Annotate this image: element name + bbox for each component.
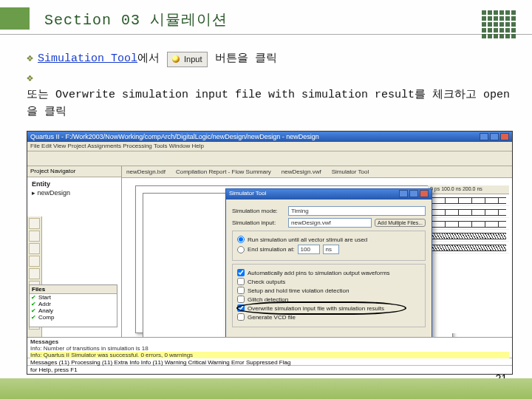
bullet-2: ❖ 또는 Overwrite simulation input file wit…	[27, 71, 516, 121]
tasks-title: Files	[30, 285, 117, 294]
tasks-panel[interactable]: Files Start Addr Analy Comp	[29, 284, 117, 327]
editor-tab[interactable]: newDesign.vwf	[282, 168, 321, 176]
opt-run-label: Run simulation until all vector stimuli …	[248, 236, 367, 243]
footer-bar	[0, 378, 532, 399]
project-navigator[interactable]: Project Navigator Entity ▸ newDesign Fil…	[27, 166, 122, 338]
window-title: Quartus II - F:/Work2003/NowWorking/comp…	[30, 133, 319, 140]
corner-cubes-icon	[482, 10, 519, 41]
dialog-title: Simulator Tool	[229, 190, 267, 199]
main-toolbar[interactable]	[27, 151, 512, 166]
end-unit-select[interactable]: ns	[323, 245, 339, 254]
window-controls[interactable]	[480, 133, 509, 140]
dialog-window-controls[interactable]	[399, 190, 429, 199]
opt-overwrite-check[interactable]	[237, 304, 245, 312]
editor-tab[interactable]: Compilation Report - Flow Summary	[176, 168, 271, 176]
editor-tabs[interactable]: newDesign.bdf Compilation Report - Flow …	[122, 166, 512, 178]
bullet-1-link: Simulation Tool	[38, 51, 137, 68]
screenshot-area: Quartus II - F:/Work2003/NowWorking/comp…	[27, 131, 513, 375]
opt-auto-label: Automatically add pins to simulation out…	[248, 270, 390, 276]
section-title: Section 03 시뮬레이션	[44, 10, 228, 30]
input-button-label: Input	[184, 53, 202, 66]
opt-setup-label: Setup and hold time violation detection	[248, 287, 349, 294]
task-row[interactable]: Comp	[30, 314, 117, 321]
opt-auto-check[interactable]	[237, 269, 245, 276]
opt-setup-check[interactable]	[237, 287, 245, 294]
bullet-1-text-a: 에서	[137, 51, 160, 68]
opt-vcd-label: Generate VCD file	[248, 314, 296, 321]
menu-bar[interactable]: File Edit View Project Assignments Proce…	[27, 142, 512, 151]
message-line: Info: Number of transitions in simulatio…	[30, 345, 509, 352]
messages-tabs[interactable]: Messages (11) Processing (11) Extra Info…	[27, 358, 512, 366]
input-label: Simulation input:	[232, 219, 285, 226]
entity-header: Entity	[32, 180, 117, 189]
bulb-icon	[172, 55, 180, 63]
waveform-ruler: 0 ps 100.0 ns 200.0 ns	[429, 185, 509, 194]
header-accent	[0, 7, 30, 30]
editor-tab[interactable]: newDesign.bdf	[126, 168, 166, 176]
window-titlebar[interactable]: Quartus II - F:/Work2003/NowWorking/comp…	[27, 132, 512, 142]
mode-select[interactable]: Timing	[288, 206, 426, 216]
bullet-1-text-b: 버튼을 클릭	[215, 51, 277, 68]
opt-glitch-label: Glitch detection	[248, 296, 288, 303]
messages-title: Messages	[30, 338, 509, 345]
editor-tab[interactable]: Simulator Tool	[332, 168, 369, 176]
message-line-highlight: Info: Quartus II Simulator was successfu…	[30, 352, 509, 358]
task-row[interactable]: Start	[30, 294, 117, 301]
opt-end-label: End simulation at:	[248, 246, 295, 253]
messages-panel[interactable]: Messages Info: Number of transitions in …	[27, 338, 512, 358]
opt-vcd-check[interactable]	[237, 313, 245, 321]
diamond-icon: ❖	[27, 51, 33, 68]
status-bar: for Help, press F1	[27, 366, 512, 373]
opt-run-radio[interactable]	[237, 236, 245, 243]
opt-check-check[interactable]	[237, 278, 245, 285]
bullet-2-text: 또는 Overwrite simulation input file with …	[27, 87, 516, 120]
mode-label: Simulation mode:	[232, 208, 285, 214]
opt-end-radio[interactable]	[237, 246, 245, 253]
left-tab[interactable]: Project Navigator	[30, 168, 75, 175]
opt-overwrite-label: Overwrite simulation input file with sim…	[248, 305, 384, 312]
options-group: Automatically add pins to simulation out…	[232, 264, 426, 327]
add-files-button[interactable]: Add Multiple Files...	[375, 219, 426, 227]
task-row[interactable]: Addr	[30, 301, 117, 307]
input-button-graphic: Input	[167, 52, 207, 67]
waveform-preview: 0 ps 100.0 ns 200.0 ns	[428, 185, 509, 333]
entity-item[interactable]: ▸ newDesign	[32, 189, 117, 198]
diamond-icon: ❖	[27, 71, 33, 88]
bullet-1: ❖ Simulation Tool 에서 Input 버튼을 클릭	[27, 51, 516, 68]
end-value-input[interactable]: 100	[298, 245, 320, 254]
opt-glitch-check[interactable]	[237, 296, 245, 303]
opt-check-label: Check outputs	[248, 279, 285, 285]
period-group: Run simulation until all vector stimuli …	[232, 231, 426, 261]
input-field[interactable]: newDesign.vwf	[288, 218, 372, 228]
task-row[interactable]: Analy	[30, 307, 117, 314]
